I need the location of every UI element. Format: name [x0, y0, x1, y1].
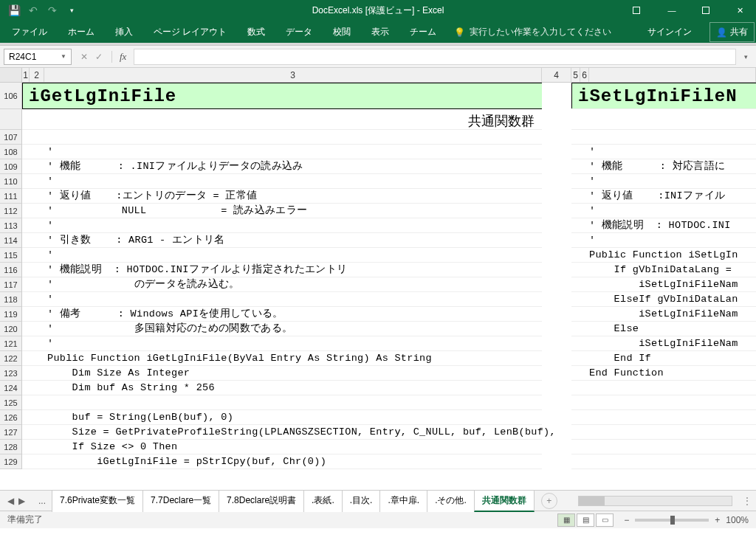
code-cell[interactable]: Else — [571, 322, 756, 336]
tab-nav-first-icon[interactable]: ◀ — [7, 496, 14, 506]
zoom-in-button[interactable]: + — [715, 515, 720, 525]
code-cell[interactable]: ' 引き数 : ARG1 - エントリ名 — [22, 233, 542, 248]
undo-icon[interactable]: ↶ — [27, 4, 40, 17]
code-cell[interactable]: ElseIf gVbIniDataLan — [571, 292, 756, 307]
code-cell[interactable]: ' — [571, 233, 756, 248]
row-header[interactable]: 121 — [0, 336, 22, 351]
code-cell[interactable]: Public Function iGetLgIniFile(ByVal Entr… — [22, 351, 542, 366]
row-header[interactable]: 124 — [0, 381, 22, 395]
sheet-tab[interactable]: .目次. — [342, 490, 381, 512]
code-cell[interactable]: ' — [22, 292, 542, 307]
row-header[interactable]: 114 — [0, 233, 22, 248]
col-header[interactable] — [589, 68, 756, 82]
code-cell[interactable]: iSetLgIniFileNam — [571, 336, 756, 351]
row-header[interactable]: 129 — [0, 454, 22, 469]
col-header[interactable]: 3 — [44, 68, 542, 82]
redo-icon[interactable]: ↷ — [46, 4, 59, 17]
row-header[interactable]: 120 — [0, 322, 22, 336]
row-header[interactable]: 108 — [0, 145, 22, 159]
tab-formulas[interactable]: 数式 — [237, 21, 275, 43]
row-header[interactable]: 109 — [0, 159, 22, 174]
sheet-tab[interactable]: 共通関数群 — [474, 490, 535, 512]
tab-insert[interactable]: 挿入 — [105, 21, 143, 43]
close-button[interactable]: ✕ — [724, 0, 756, 21]
col-header[interactable]: 4 — [542, 68, 571, 82]
tab-page-layout[interactable]: ページ レイアウト — [143, 21, 237, 43]
row-header[interactable] — [0, 109, 22, 130]
code-cell[interactable]: ' 備考 : Windows APIを使用している。 — [22, 307, 542, 322]
tab-overflow[interactable]: ... — [32, 496, 52, 506]
row-header[interactable]: 113 — [0, 218, 22, 233]
code-cell[interactable]: Public Function iSetLgIn — [571, 248, 756, 263]
minimize-button[interactable]: — — [656, 0, 688, 21]
code-cell[interactable]: Dim buf As String * 256 — [22, 381, 542, 395]
row-header[interactable]: 110 — [0, 174, 22, 189]
row-header[interactable]: 115 — [0, 248, 22, 263]
maximize-button[interactable] — [690, 0, 722, 21]
zoom-out-button[interactable]: − — [624, 515, 629, 525]
add-sheet-button[interactable]: + — [541, 493, 557, 509]
row-header[interactable]: 117 — [0, 277, 22, 292]
ribbon-options-icon[interactable] — [622, 0, 654, 21]
code-cell[interactable]: iSetLgIniFileNam — [571, 277, 756, 292]
cancel-formula-icon[interactable]: ✕ — [80, 52, 88, 62]
col-header[interactable]: 5 — [571, 68, 580, 82]
tab-team[interactable]: チーム — [399, 21, 447, 43]
code-cell[interactable]: ' のデータを読み込む。 — [22, 277, 542, 292]
grid-rows[interactable]: 106 iGetLgIniFile iSetLgIniFileN 共通関数群 1… — [0, 83, 756, 469]
row-header[interactable]: 112 — [0, 204, 22, 218]
row-header[interactable]: 106 — [0, 83, 22, 109]
code-cell[interactable]: ' — [22, 145, 542, 159]
sign-in-link[interactable]: サインイン — [637, 21, 702, 43]
zoom-level[interactable]: 100% — [726, 515, 749, 525]
code-cell[interactable]: ' — [571, 145, 756, 159]
col-header[interactable]: 1 — [22, 68, 30, 82]
name-box[interactable]: R24C1 ▼ — [4, 49, 72, 65]
formula-input[interactable] — [134, 49, 736, 65]
tab-data[interactable]: データ — [275, 21, 323, 43]
row-header[interactable]: 116 — [0, 263, 22, 277]
row-header[interactable]: 119 — [0, 307, 22, 322]
col-header[interactable]: 2 — [30, 68, 44, 82]
qat-dropdown-icon[interactable]: ▾ — [65, 4, 78, 17]
code-cell[interactable]: Dim Size As Integer — [22, 366, 542, 381]
row-header[interactable]: 118 — [0, 292, 22, 307]
confirm-formula-icon[interactable]: ✓ — [95, 52, 103, 62]
row-header[interactable]: 122 — [0, 351, 22, 366]
fx-icon[interactable]: fx — [111, 51, 134, 63]
code-cell[interactable]: ' 返り値 :エントリのデータ = 正常値 — [22, 189, 542, 204]
sheet-tab[interactable]: 7.6Private変数一覧 — [52, 490, 143, 512]
view-page-layout-icon[interactable]: ▤ — [577, 513, 594, 527]
namebox-dropdown-icon[interactable]: ▼ — [61, 53, 66, 60]
view-page-break-icon[interactable]: ▭ — [596, 513, 614, 527]
code-cell[interactable]: iSetLgIniFileNam — [571, 307, 756, 322]
code-cell[interactable]: ' 機能 : .INIファイルよりデータの読み込み — [22, 159, 542, 174]
row-header[interactable]: 107 — [0, 130, 22, 145]
row-header[interactable]: 125 — [0, 395, 22, 410]
code-cell[interactable]: End Function — [571, 366, 756, 381]
sheet-tab[interactable]: .表紙. — [303, 490, 343, 512]
code-cell[interactable]: If Size <> 0 Then — [22, 440, 542, 454]
code-cell[interactable]: ' — [22, 174, 542, 189]
sheet-tab[interactable]: 7.7Declare一覧 — [142, 490, 219, 512]
zoom-slider[interactable] — [635, 519, 709, 522]
tab-file[interactable]: ファイル — [1, 21, 58, 43]
tab-home[interactable]: ホーム — [58, 21, 105, 43]
sheet-tab[interactable]: 7.8Declare説明書 — [219, 490, 304, 512]
sheet-tab[interactable]: .章中扉. — [379, 490, 427, 512]
row-header[interactable]: 126 — [0, 410, 22, 425]
scrollbar-thumb[interactable] — [579, 497, 605, 505]
tab-nav-prev-icon[interactable]: ▶ — [18, 496, 25, 506]
code-cell[interactable]: iGetLgIniFile = pStrICpy(buf, Chr(0)) — [22, 454, 542, 469]
tell-me[interactable]: 💡 実行したい作業を入力してください — [447, 21, 619, 43]
code-cell[interactable]: If gVbIniDataLang = — [571, 263, 756, 277]
code-cell[interactable]: buf = String(LenB(buf), 0) — [22, 410, 542, 425]
save-icon[interactable]: 💾 — [7, 4, 21, 17]
col-header[interactable]: 6 — [580, 68, 589, 82]
tab-view[interactable]: 表示 — [361, 21, 399, 43]
code-cell[interactable]: Size = GetPrivateProfileString(LPLANGSZS… — [22, 425, 542, 440]
sheet-tab[interactable]: .その他. — [427, 490, 475, 512]
row-header[interactable]: 128 — [0, 440, 22, 454]
tab-review[interactable]: 校閲 — [323, 21, 361, 43]
select-all-corner[interactable] — [0, 68, 22, 82]
